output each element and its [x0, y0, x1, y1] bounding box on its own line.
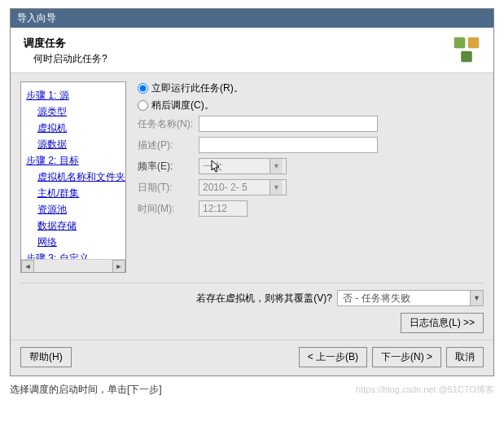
cancel-button[interactable]: 取消: [446, 347, 484, 367]
sidebar-scrollbar[interactable]: ◄ ►: [21, 259, 125, 272]
radio-run-now-label: 立即运行此任务(R)。: [151, 81, 243, 95]
freq-select: 一次 ▼: [199, 158, 287, 174]
desc-label: 描述(P):: [138, 138, 199, 152]
overwrite-row: 若存在虚拟机，则将其覆盖(V)? 否 - 任务将失败 ▼: [20, 290, 484, 306]
time-row: 时间(M):: [138, 200, 480, 217]
date-label: 日期(T):: [138, 181, 199, 195]
task-name-input: [199, 116, 378, 132]
freq-label: 频率(E):: [138, 160, 199, 173]
overwrite-label: 若存在虚拟机，则将其覆盖(V)?: [196, 292, 332, 305]
divider: [20, 283, 484, 283]
prev-button[interactable]: < 上一步(B): [299, 347, 367, 367]
task-name-row: 任务名称(N):: [138, 116, 480, 132]
header-title: 调度任务: [24, 36, 453, 51]
header-subtitle: 何时启动此任务?: [24, 52, 453, 66]
date-dropdown-arrow-icon: ▼: [270, 180, 283, 195]
footer-right: < 上一步(B) 下一步(N) > 取消: [299, 347, 484, 367]
overwrite-dropdown-arrow-icon[interactable]: ▼: [470, 291, 483, 305]
log-row: 日志信息(L) >>: [20, 313, 484, 333]
time-input: [199, 200, 248, 217]
radio-schedule-later-row[interactable]: 稍后调度(C)。: [138, 99, 480, 112]
scroll-right-icon[interactable]: ►: [112, 260, 125, 273]
sidebar-step1[interactable]: 步骤 1: 源: [24, 87, 122, 103]
date-row: 日期(T): 2010- 2- 5 ▼: [138, 179, 480, 195]
lower-section: 若存在虚拟机，则将其覆盖(V)? 否 - 任务将失败 ▼ 日志信息(L) >>: [11, 276, 493, 340]
scroll-left-icon[interactable]: ◄: [21, 260, 34, 273]
date-input: 2010- 2- 5 ▼: [199, 179, 287, 195]
titlebar: 导入向导: [11, 9, 493, 28]
desc-input: [199, 137, 378, 153]
sidebar-datastore[interactable]: 数据存储: [36, 217, 122, 234]
dropdown-arrow-icon: ▼: [270, 159, 283, 173]
sidebar-resource-pool[interactable]: 资源池: [36, 201, 122, 217]
desc-row: 描述(P):: [138, 137, 480, 153]
watermark: https://blog.csdn.net @51CTO博客: [356, 384, 494, 396]
date-value: 2010- 2- 5: [203, 182, 248, 193]
wizard-window: 导入向导 调度任务 何时启动此任务? 步骤 1: 源 源类型 虚拟机 源数据 步…: [10, 8, 494, 376]
log-info-button[interactable]: 日志信息(L) >>: [401, 313, 484, 333]
svg-rect-2: [461, 51, 472, 63]
svg-rect-0: [454, 37, 466, 49]
freq-value: 一次: [203, 160, 222, 173]
header: 调度任务 何时启动此任务?: [11, 28, 493, 73]
radio-run-now-row[interactable]: 立即运行此任务(R)。: [138, 81, 480, 95]
svg-rect-1: [468, 37, 480, 49]
next-button[interactable]: 下一步(N) >: [372, 347, 441, 367]
sidebar-network[interactable]: 网络: [36, 234, 122, 250]
task-name-label: 任务名称(N):: [138, 117, 199, 131]
time-label: 时间(M):: [138, 202, 199, 216]
caption-text: 选择调度的启动时间，单击[下一步]: [10, 383, 162, 397]
sidebar-host-cluster[interactable]: 主机/群集: [36, 185, 122, 201]
sidebar-source-data[interactable]: 源数据: [36, 136, 122, 152]
product-logo-icon: [453, 36, 480, 64]
overwrite-value: 否 - 任务将失败: [343, 292, 410, 305]
scroll-track[interactable]: [34, 260, 112, 272]
content-area: 步骤 1: 源 源类型 虚拟机 源数据 步骤 2: 目标 虚拟机名称和文件夹 主…: [11, 73, 493, 276]
sidebar-step2[interactable]: 步骤 2: 目标: [24, 152, 122, 169]
main-panel: 立即运行此任务(R)。 稍后调度(C)。 任务名称(N): 描述(P): 频率(…: [134, 81, 484, 273]
sidebar-vm[interactable]: 虚拟机: [36, 120, 122, 136]
header-text: 调度任务 何时启动此任务?: [24, 36, 453, 66]
freq-row: 频率(E): 一次 ▼: [138, 158, 480, 174]
page-caption: 选择调度的启动时间，单击[下一步] https://blog.csdn.net …: [10, 383, 494, 397]
overwrite-select[interactable]: 否 - 任务将失败 ▼: [337, 290, 484, 306]
sidebar-source-type[interactable]: 源类型: [36, 103, 122, 120]
help-button[interactable]: 帮助(H): [20, 347, 72, 367]
radio-schedule-later-label: 稍后调度(C)。: [151, 99, 214, 112]
sidebar-nav: 步骤 1: 源 源类型 虚拟机 源数据 步骤 2: 目标 虚拟机名称和文件夹 主…: [20, 81, 126, 273]
footer: 帮助(H) < 上一步(B) 下一步(N) > 取消: [11, 340, 493, 375]
radio-schedule-later[interactable]: [138, 100, 148, 111]
radio-run-now[interactable]: [138, 83, 148, 94]
sidebar-vm-name-folder[interactable]: 虚拟机名称和文件夹: [36, 169, 122, 185]
